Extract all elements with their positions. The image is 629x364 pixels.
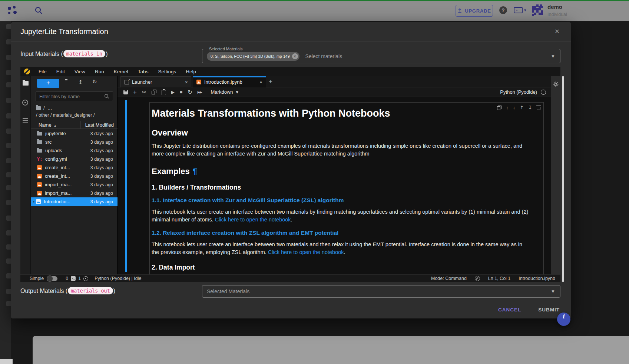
close-icon[interactable]: × [552,27,562,37]
yaml-file-icon: Y: [37,157,42,162]
restart-run-all-icon[interactable]: ▶▶ [198,90,202,94]
app-content-dimmed [33,336,629,364]
breadcrumb-ellipsis[interactable]: … [47,105,52,111]
jupyter-menubar: File Edit View Run Kernel Tabs Settings … [20,67,560,76]
home-folder-icon[interactable] [36,106,41,110]
dropdown-caret-icon[interactable]: ▼ [551,289,555,294]
markdown-cell[interactable]: ↑ ↓ ↥ ↧ Materials Transformations with P… [149,102,544,274]
avatar[interactable] [530,4,544,19]
simple-mode-toggle[interactable] [47,276,57,281]
help-icon[interactable]: ? [499,6,507,14]
file-row[interactable]: src3 days ago [31,138,117,146]
file-browser-tab-icon[interactable] [23,81,29,86]
restart-kernel-icon[interactable]: ↻ [188,89,192,96]
cut-cells-icon[interactable]: ✂ [142,89,146,95]
sort-by-modified[interactable]: Last Modified [80,121,117,128]
duplicate-cell-icon[interactable] [497,106,501,110]
info-button[interactable]: i [557,313,570,326]
file-row[interactable]: jupyterlite3 days ago [31,129,117,138]
cursor-position[interactable]: Ln 1, Col 1 [488,276,510,281]
run-cell-icon[interactable]: ▶ [171,90,175,95]
save-icon[interactable] [123,90,128,94]
menu-edit[interactable]: Edit [52,69,70,74]
stop-kernel-icon[interactable]: ■ [180,90,182,95]
output-select-label: Selected Materials [207,288,249,294]
modal-scrollbar[interactable] [562,76,564,282]
section-1-2-heading: 1.2. Relaxed interface creation with ZSL… [152,229,530,237]
menu-tabs[interactable]: Tabs [133,69,153,74]
file-row[interactable]: import_ma...3 days ago [31,180,117,189]
file-row[interactable]: Y:config.yml3 days ago [31,155,117,163]
sort-by-name[interactable]: Name▲ [31,122,80,128]
table-of-contents-tab-icon[interactable] [23,118,28,123]
notebook-icon [37,191,42,196]
jupyterlite-logo-icon [24,69,30,74]
move-cell-down-icon[interactable]: ↓ [513,105,516,110]
selected-cell-bar[interactable] [125,100,127,272]
file-list-header: Name▲ Last Modified [31,121,117,129]
kernel-selector[interactable]: Python (Pyodide) [500,89,546,95]
close-tab-icon[interactable]: × [185,79,188,85]
open-notebook-link[interactable]: Click here to open the notebook [215,217,291,223]
app-sidebar-icon [6,158,11,163]
console-icon[interactable]: >_ [514,7,523,13]
search-icon[interactable] [34,6,43,16]
tab-introduction-notebook[interactable]: Introduction.ipynb ● [193,76,266,87]
select-materials-placeholder: Select materials [305,53,342,59]
upgrade-button[interactable]: UPGRADE [456,5,493,17]
user-plan: Individual [547,12,567,17]
refresh-icon[interactable]: ↻ [92,79,97,85]
insert-cell-above-icon[interactable]: ↥ [520,105,524,110]
open-notebook-link[interactable]: Click here to open the notebook [268,249,344,255]
app-sidebar-icon [6,98,11,103]
menu-kernel[interactable]: Kernel [109,69,133,74]
section-1-2-paragraph: This notebook lets user create an interf… [152,241,530,256]
material-chip[interactable]: 0: Si, Silicon, FCC (Fd-3m) 3D (Bulk), m… [207,52,299,61]
notifications-icon[interactable] [475,276,480,281]
kernel-status[interactable]: Python (Pyodide) | Idle [95,276,141,281]
materials-out-code-chip: materials_out [68,287,113,294]
copy-cells-icon[interactable] [152,90,156,94]
file-row[interactable]: create_int...3 days ago [31,163,117,172]
menu-run[interactable]: Run [90,69,109,74]
heading-anchor[interactable]: ¶ [193,167,197,176]
notebook-toolbar: + ✂ ▶ ■ ↻ ▶▶ Markdown ▾ Python (Pyodide) [117,87,551,97]
menu-settings[interactable]: Settings [153,69,181,74]
submit-button[interactable]: SUBMIT [538,307,560,313]
output-materials-select[interactable]: Selected Materials ▼ [202,285,560,298]
paste-cells-icon[interactable] [162,90,166,95]
menu-help[interactable]: Help [181,69,201,74]
app-logo-icon[interactable] [7,5,17,16]
breadcrumb-path[interactable]: / other / materials_designer / [36,113,95,118]
unsaved-indicator-icon[interactable]: ● [260,80,262,84]
tab-launcher[interactable]: Launcher × [120,76,191,87]
menu-view[interactable]: View [70,69,90,74]
cell-type-dropdown[interactable]: Markdown ▾ [211,89,239,95]
add-cell-icon[interactable]: + [133,89,137,96]
file-row[interactable]: create_int...3 days ago [31,172,117,180]
delete-cell-icon[interactable] [537,106,540,110]
jupyterlite-frame: File Edit View Run Kernel Tabs Settings … [20,67,560,282]
new-launcher-button[interactable]: + [37,79,59,88]
document-tabbar: Launcher × Introduction.ipynb ● + [117,76,551,87]
upload-files-icon[interactable]: ↥ [78,79,83,86]
dropdown-caret-icon[interactable]: ▼ [551,54,555,59]
filter-files-input[interactable] [36,91,113,101]
app-sidebar-icon [6,55,11,60]
move-cell-up-icon[interactable]: ↑ [506,105,509,110]
menu-file[interactable]: File [34,69,52,74]
file-row[interactable]: uploads3 days ago [31,146,117,155]
breadcrumb: / … [36,105,52,111]
new-tab-icon[interactable]: + [269,76,272,87]
notebook-icon [37,165,42,170]
gear-icon[interactable] [553,81,559,89]
cancel-button[interactable]: CANCEL [498,307,521,313]
input-materials-select[interactable]: Selected Materials 0: Si, Silicon, FCC (… [202,49,560,63]
cell-toolbar: ↑ ↓ ↥ ↧ [497,105,540,110]
insert-cell-below-icon[interactable]: ↧ [528,105,532,110]
running-kernels-tab-icon[interactable] [22,100,28,106]
file-row-selected[interactable]: ●Introductio...3 days ago [31,197,117,206]
file-row[interactable]: import_ma...3 days ago [31,189,117,197]
app-sidebar-icon [6,230,11,236]
chip-remove-icon[interactable]: × [292,53,298,59]
